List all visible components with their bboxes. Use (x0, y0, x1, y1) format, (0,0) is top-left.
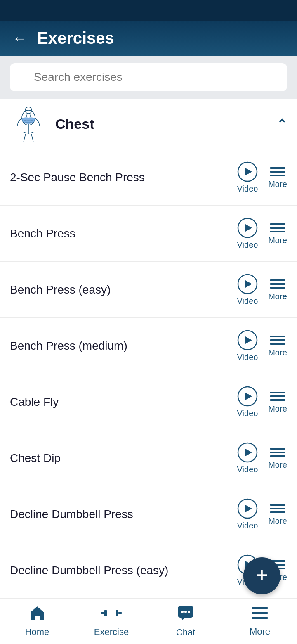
exercise-name: Bench Press (easy) (10, 282, 237, 298)
nav-exercise[interactable]: Exercise (74, 606, 148, 637)
nav-home[interactable]: Home (0, 606, 74, 637)
svg-rect-36 (252, 617, 268, 619)
more-nav-icon (252, 606, 268, 624)
svg-marker-20 (245, 505, 252, 512)
video-button[interactable]: Video (237, 329, 258, 362)
exercise-item: Bench Press (easy) Video More (0, 262, 297, 318)
exercise-actions: Video More (237, 442, 287, 474)
play-icon (237, 329, 258, 351)
video-button[interactable]: Video (237, 498, 258, 530)
exercise-icon (101, 606, 122, 624)
exercise-actions: Video More (237, 329, 287, 362)
exercise-name: Decline Dumbbell Press (10, 506, 237, 522)
video-button[interactable]: Video (237, 386, 258, 418)
play-icon (237, 442, 258, 463)
svg-rect-35 (252, 612, 268, 614)
search-input[interactable] (10, 63, 287, 91)
exercise-actions: Video More (237, 161, 287, 194)
more-label: More (268, 460, 287, 470)
video-button[interactable]: Video (237, 217, 258, 250)
svg-rect-29 (107, 613, 116, 613)
chest-icon (10, 105, 47, 142)
svg-marker-18 (245, 449, 252, 456)
exercise-item: Decline Dumbbell Press Video More (0, 486, 297, 542)
home-icon (29, 606, 45, 624)
header: ← Exercises (0, 21, 297, 56)
play-icon (237, 217, 258, 239)
exercise-actions: Video More (237, 273, 287, 306)
hamburger-icon (268, 390, 287, 402)
exercise-item: Chest Dip Video More (0, 430, 297, 486)
video-label: Video (237, 521, 258, 530)
svg-point-32 (184, 611, 187, 613)
nav-home-label: Home (25, 627, 50, 637)
exercise-actions: Video More (237, 498, 287, 530)
play-icon (237, 161, 258, 182)
more-button[interactable]: More (268, 334, 287, 358)
nav-more[interactable]: More (223, 606, 297, 637)
hamburger-icon (268, 222, 287, 234)
hamburger-icon (268, 502, 287, 515)
video-button[interactable]: Video (237, 442, 258, 474)
more-label: More (268, 348, 287, 358)
svg-rect-26 (118, 612, 122, 614)
play-icon (237, 273, 258, 295)
exercise-item: 2-Sec Pause Bench Press Video More (0, 149, 297, 206)
svg-marker-16 (245, 393, 252, 400)
exercise-name: Chest Dip (10, 450, 237, 466)
nav-more-label: More (250, 626, 270, 637)
svg-line-6 (30, 114, 31, 117)
svg-marker-10 (245, 224, 252, 232)
more-label: More (268, 236, 287, 245)
play-icon (237, 498, 258, 519)
nav-chat-label: Chat (176, 627, 195, 638)
search-container (0, 56, 297, 99)
nav-chat[interactable]: Chat (148, 605, 223, 638)
svg-marker-14 (245, 336, 252, 344)
chat-icon (177, 605, 194, 625)
more-label: More (268, 404, 287, 414)
more-button[interactable]: More (268, 278, 287, 301)
exercise-actions: Video More (237, 217, 287, 250)
exercise-name: Cable Fly (10, 394, 237, 410)
more-button[interactable]: More (268, 166, 287, 189)
svg-line-5 (26, 114, 27, 117)
svg-rect-28 (116, 610, 118, 616)
video-label: Video (237, 409, 258, 418)
video-button[interactable]: Video (237, 273, 258, 306)
category-header: Chest ⌃ (0, 99, 297, 149)
add-icon: + (256, 564, 268, 586)
hamburger-icon (268, 334, 287, 346)
more-label: More (268, 180, 287, 189)
svg-point-33 (188, 611, 190, 613)
svg-point-31 (181, 611, 184, 613)
video-button[interactable]: Video (237, 161, 258, 194)
back-button[interactable]: ← (12, 31, 27, 46)
svg-rect-25 (101, 612, 104, 614)
more-button[interactable]: More (268, 390, 287, 414)
bottom-nav: Home Exercise Chat (0, 599, 297, 644)
exercise-actions: Video More (237, 386, 287, 418)
exercise-name: Bench Press (10, 225, 237, 242)
hamburger-icon (268, 166, 287, 178)
exercise-name: Bench Press (medium) (10, 338, 237, 354)
video-label: Video (237, 240, 258, 250)
category-name: Chest (55, 116, 277, 132)
play-icon (237, 386, 258, 407)
exercise-name: Decline Dumbbell Press (easy) (10, 562, 237, 578)
more-button[interactable]: More (268, 502, 287, 526)
hamburger-icon (268, 446, 287, 459)
collapse-icon[interactable]: ⌃ (277, 117, 287, 131)
hamburger-icon (268, 278, 287, 290)
more-button[interactable]: More (268, 446, 287, 470)
status-bar (0, 0, 297, 21)
more-label: More (268, 292, 287, 301)
video-label: Video (237, 184, 258, 194)
exercise-item: Bench Press Video More (0, 206, 297, 262)
page-title: Exercises (37, 29, 114, 47)
svg-rect-34 (252, 607, 268, 609)
more-button[interactable]: More (268, 222, 287, 245)
add-exercise-button[interactable]: + (243, 557, 280, 594)
svg-marker-12 (245, 280, 252, 288)
video-label: Video (237, 465, 258, 474)
